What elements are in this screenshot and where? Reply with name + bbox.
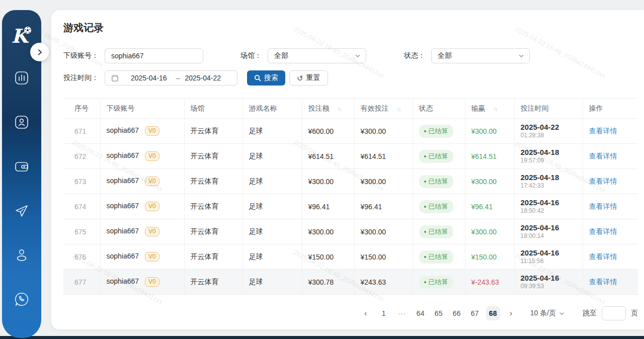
bet-time-label: 投注时间： [63, 73, 99, 82]
page-button-68[interactable]: 68 [486, 306, 500, 320]
status-dot-icon [424, 155, 426, 157]
view-details-link[interactable]: 查看详情 [589, 227, 617, 235]
soccer-ball-icon [24, 26, 32, 34]
row-bet-amount: ¥150.00 [302, 244, 354, 270]
venue-select[interactable]: 全部 [268, 48, 366, 63]
row-valid-amount: ¥150.00 [354, 244, 413, 270]
row-bet-amount: ¥96.41 [302, 194, 354, 219]
date-separator: – [176, 74, 180, 82]
column-header-label: 投注时间 [521, 104, 549, 112]
row-venue: 开云体育 [184, 270, 243, 295]
sidebar-item-reports[interactable] [13, 69, 30, 87]
bet-time: 11:15:56 [521, 258, 577, 265]
status-select[interactable]: 全部 [431, 48, 530, 63]
page-jump: 跳至 页 [583, 306, 638, 320]
column-header-4: 游戏名称 [243, 99, 302, 119]
jump-page-input[interactable] [602, 306, 626, 320]
bet-date: 2025-04-16 [521, 248, 577, 258]
row-bet-time: 2025-04-16 18:00:14 [514, 219, 583, 244]
row-status: 已结算 [413, 219, 465, 244]
column-header-6[interactable]: 有效投注↑↓ [354, 99, 413, 119]
reset-button[interactable]: ↺ 重置 [289, 70, 328, 86]
row-bet-time: 2025-04-18 19:57:09 [514, 144, 583, 169]
status-dot-icon [424, 181, 426, 183]
level-badge: V0 [145, 151, 159, 161]
page-button-1[interactable]: 1 [377, 306, 391, 320]
sidebar-item-profile[interactable] [13, 246, 30, 264]
view-details-link[interactable]: 查看详情 [589, 252, 617, 261]
row-bet-time: 2025-04-16 11:15:56 [514, 244, 583, 270]
page-size-select[interactable]: 10 条/页 [530, 309, 565, 318]
next-page-button[interactable]: › [504, 306, 518, 320]
row-game: 足球 [243, 119, 302, 144]
column-header-8[interactable]: 输赢↑↓ [465, 99, 514, 119]
search-button[interactable]: 搜索 [247, 70, 285, 86]
status-badge: 已结算 [419, 125, 453, 138]
table-header-row: 序号下级账号场馆游戏名称投注额↑↓有效投注↑↓状态输赢↑↓投注时间操作 [63, 99, 638, 119]
status-label: 状态： [404, 51, 425, 60]
page-title: 游戏记录 [63, 21, 644, 35]
prev-page-button[interactable]: ‹ [359, 306, 373, 320]
row-account: sophia667 V0 [100, 194, 184, 219]
table-row: 676 sophia667 V0 开云体育 足球 ¥150.00 ¥150.00… [63, 244, 638, 270]
page-number-list: 1···6465666768 [377, 306, 500, 320]
row-status: 已结算 [413, 169, 465, 194]
row-valid-amount: ¥300.00 [354, 169, 413, 194]
status-badge: 已结算 [419, 200, 453, 213]
calendar-icon [111, 74, 119, 82]
page-button-65[interactable]: 65 [432, 306, 446, 320]
account-name: sophia667 [107, 151, 139, 159]
date-range-picker[interactable]: 2025-04-16 – 2025-04-22 [105, 70, 237, 86]
account-name: sophia667 [107, 277, 139, 285]
table-row: 675 sophia667 V0 开云体育 足球 ¥300.00 ¥300.00… [63, 219, 638, 244]
chevron-right-icon [35, 48, 44, 57]
bet-time: 19:57:09 [521, 157, 577, 164]
view-details-link[interactable]: 查看详情 [589, 202, 617, 210]
records-table: 序号下级账号场馆游戏名称投注额↑↓有效投注↑↓状态输赢↑↓投注时间操作 671 … [63, 98, 638, 295]
table-row: 677 sophia667 V0 开云体育 足球 ¥300.78 ¥243.63… [63, 270, 638, 295]
view-details-link[interactable]: 查看详情 [589, 278, 617, 286]
page-ellipsis: ··· [395, 306, 410, 320]
reset-icon: ↺ [297, 74, 303, 82]
row-venue: 开云体育 [184, 144, 243, 169]
row-game: 足球 [243, 244, 302, 270]
sidebar-item-customer-service[interactable] [13, 291, 30, 308]
column-header-10: 操作 [583, 99, 638, 119]
row-valid-amount: ¥300.00 [354, 219, 413, 244]
account-name: sophia667 [107, 227, 139, 235]
row-index: 672 [63, 144, 100, 169]
account-input[interactable] [105, 48, 203, 63]
sidebar-item-promotion[interactable] [13, 202, 30, 219]
view-details-link[interactable]: 查看详情 [589, 127, 617, 135]
view-details-link[interactable]: 查看详情 [589, 152, 617, 160]
page-button-66[interactable]: 66 [450, 306, 464, 320]
level-badge: V0 [145, 177, 159, 187]
sidebar-expand-button[interactable] [30, 43, 49, 61]
date-start: 2025-04-16 [131, 74, 167, 82]
row-win-amount: ¥300.00 [465, 219, 514, 244]
sort-icon[interactable]: ↑↓ [494, 106, 497, 112]
bottom-edge-bar [0, 336, 644, 339]
level-badge: V0 [145, 202, 159, 212]
bet-time: 18:00:14 [521, 232, 577, 240]
table-row: 672 sophia667 V0 开云体育 足球 ¥614.51 ¥614.51… [63, 144, 638, 169]
page-button-67[interactable]: 67 [468, 306, 482, 320]
view-details-link[interactable]: 查看详情 [589, 177, 617, 185]
sort-icon[interactable]: ↑↓ [397, 106, 400, 112]
row-valid-amount: ¥300.00 [354, 119, 413, 144]
page-button-64[interactable]: 64 [414, 306, 428, 320]
column-header-5[interactable]: 投注额↑↓ [302, 99, 354, 119]
sidebar-item-members[interactable] [13, 114, 30, 131]
status-badge: 已结算 [419, 150, 453, 163]
chevron-down-icon [559, 311, 565, 316]
status-select-value: 全部 [438, 51, 452, 60]
row-valid-amount: ¥243.63 [354, 270, 413, 295]
search-button-label: 搜索 [264, 73, 278, 82]
sort-icon[interactable]: ↑↓ [338, 106, 341, 112]
filter-row-1: 下级账号： 场馆： 全部 状态： 全部 [63, 48, 638, 63]
column-header-1: 序号 [63, 99, 100, 119]
column-header-label: 场馆 [191, 104, 205, 112]
sidebar-item-wallet[interactable] [13, 158, 30, 175]
row-account: sophia667 V0 [100, 270, 184, 295]
row-action: 查看详情 [583, 144, 638, 169]
